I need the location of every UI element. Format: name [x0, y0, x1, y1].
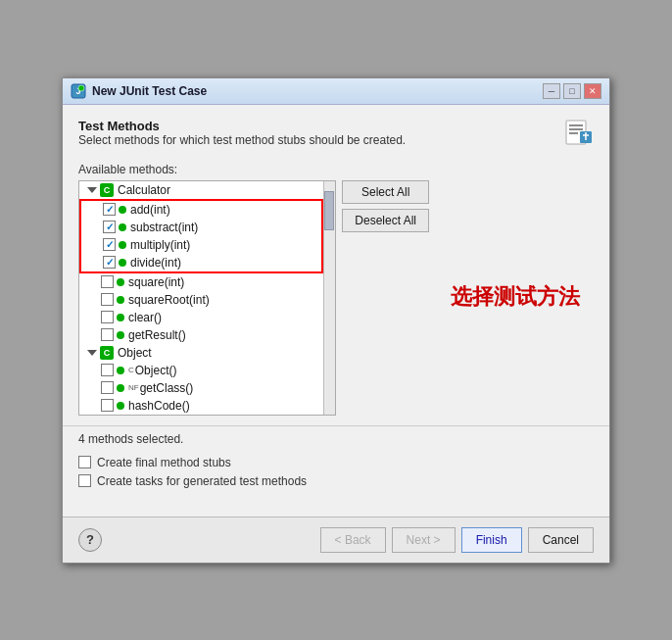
dot-substract: [119, 223, 126, 231]
section-header: Test Methods Select methods for which te…: [78, 119, 594, 159]
badge-c: C: [128, 366, 134, 374]
checkbox-final-stubs[interactable]: [78, 456, 91, 468]
minimize-button[interactable]: ─: [543, 83, 560, 99]
option-row-final: Create final method stubs: [78, 456, 594, 469]
checkbox-substract[interactable]: [103, 221, 116, 233]
dot-squareroot: [117, 296, 124, 304]
select-all-button[interactable]: Select All: [342, 180, 429, 204]
next-button[interactable]: Next >: [392, 527, 456, 553]
tree-item-getresult[interactable]: getResult(): [79, 326, 323, 344]
checkbox-hashcode[interactable]: [101, 399, 114, 412]
checkbox-squareroot[interactable]: [101, 293, 114, 306]
tree-label-object: Object: [118, 346, 152, 360]
tree-item-object-constructor[interactable]: C Object(): [79, 362, 323, 379]
section-description: Select methods for which test method stu…: [78, 133, 406, 147]
header-icon: [564, 119, 594, 151]
dot-add: [119, 206, 126, 214]
title-bar: J New JUnit Test Case ─ □ ✕: [63, 78, 609, 105]
badge-nf: NF: [128, 383, 139, 392]
side-buttons: Select All Deselect All: [342, 180, 429, 416]
close-button[interactable]: ✕: [584, 83, 601, 99]
methods-tree[interactable]: C Calculator add(int): [78, 180, 336, 416]
checkbox-tasks[interactable]: [78, 474, 91, 487]
tree-item-multiply[interactable]: multiply(int): [81, 236, 321, 254]
window-title: New JUnit Test Case: [92, 84, 207, 98]
tree-item-add[interactable]: add(int): [81, 201, 321, 219]
tree-item-square[interactable]: square(int): [79, 273, 323, 291]
footer-left: ?: [78, 528, 102, 552]
back-button[interactable]: < Back: [320, 527, 386, 553]
tree-label-add: add(int): [130, 203, 170, 217]
content-area: Test Methods Select methods for which te…: [63, 105, 609, 425]
tree-label-object-constructor: Object(): [135, 364, 177, 377]
tree-item-getclass[interactable]: NF getClass(): [79, 379, 323, 397]
dot-hashcode: [117, 402, 124, 410]
window-icon: J: [71, 83, 86, 99]
tree-label-getresult: getResult(): [128, 328, 186, 342]
tree-item-clear[interactable]: clear(): [79, 309, 323, 326]
option-label-tasks: Create tasks for generated test methods: [97, 474, 307, 488]
annotation-area: 选择测试方法: [437, 180, 594, 416]
dot-getclass: [117, 384, 124, 392]
finish-button[interactable]: Finish: [461, 527, 522, 553]
tree-item-divide[interactable]: divide(int): [81, 254, 321, 271]
expand-icon-object: [87, 350, 97, 356]
expand-icon: [87, 187, 97, 193]
maximize-button[interactable]: □: [563, 83, 581, 99]
dot-divide: [119, 259, 126, 267]
checkbox-multiply[interactable]: [103, 238, 116, 251]
tree-label-substract: substract(int): [130, 221, 198, 234]
tree-item-hashcode[interactable]: hashCode(): [79, 397, 323, 415]
dot-getresult: [117, 331, 124, 339]
tree-label-divide: divide(int): [130, 256, 181, 270]
title-bar-left: J New JUnit Test Case: [71, 83, 207, 99]
tree-label-square: square(int): [128, 275, 184, 289]
option-row-tasks: Create tasks for generated test methods: [78, 474, 594, 488]
tree-label-getclass: getClass(): [140, 381, 194, 395]
status-text: 4 methods selected.: [78, 432, 183, 446]
tree-label-calculator: Calculator: [118, 183, 170, 197]
dialog-window: J New JUnit Test Case ─ □ ✕ Test Methods…: [62, 77, 610, 564]
checkbox-clear[interactable]: [101, 311, 114, 323]
tree-label-hashcode: hashCode(): [128, 399, 190, 413]
section-title: Test Methods: [78, 119, 406, 133]
window-controls: ─ □ ✕: [543, 83, 601, 99]
option-label-final: Create final method stubs: [97, 456, 231, 469]
dot-clear: [117, 314, 124, 321]
dot-multiply: [119, 241, 126, 249]
svg-point-2: [78, 85, 84, 91]
cancel-button[interactable]: Cancel: [528, 527, 594, 553]
scrollbar-thumb[interactable]: [324, 191, 334, 230]
help-button[interactable]: ?: [78, 528, 102, 552]
tree-label-multiply: multiply(int): [130, 238, 190, 252]
status-bar: 4 methods selected.: [63, 425, 609, 452]
highlighted-methods-group: add(int) substract(int) multiply(int): [79, 199, 323, 273]
footer-right: < Back Next > Finish Cancel: [320, 527, 594, 553]
tree-item-substract[interactable]: substract(int): [81, 219, 321, 236]
scrollbar[interactable]: [323, 181, 335, 415]
deselect-all-button[interactable]: Deselect All: [342, 209, 429, 232]
chinese-annotation: 选择测试方法: [451, 283, 580, 312]
tree-item-object[interactable]: C Object: [79, 344, 323, 362]
checkbox-object-constructor[interactable]: [101, 364, 114, 376]
checkbox-getresult[interactable]: [101, 328, 114, 341]
class-icon-calculator: C: [100, 183, 114, 197]
tree-label-clear: clear(): [128, 311, 162, 324]
dot-object-constructor: [117, 367, 124, 374]
dot-square: [117, 278, 124, 286]
methods-label: Available methods:: [78, 163, 594, 176]
checkbox-square[interactable]: [101, 275, 114, 288]
checkbox-add[interactable]: [103, 203, 116, 216]
class-icon-object: C: [100, 346, 114, 360]
options-area: Create final method stubs Create tasks f…: [63, 452, 609, 501]
checkbox-divide[interactable]: [103, 256, 116, 269]
tree-item-squareroot[interactable]: squareRoot(int): [79, 291, 323, 309]
tree-label-squareroot: squareRoot(int): [128, 293, 210, 307]
tree-item-calculator[interactable]: C Calculator: [79, 181, 323, 199]
checkbox-getclass[interactable]: [101, 381, 114, 394]
footer: ? < Back Next > Finish Cancel: [63, 517, 609, 563]
